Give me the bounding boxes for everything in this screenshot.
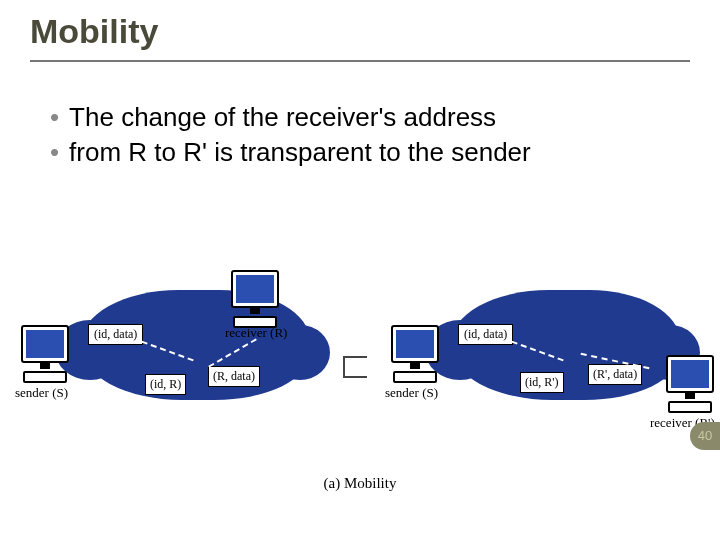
slide: Mobility • The change of the receiver's …	[0, 0, 720, 540]
sender-computer-icon	[390, 325, 440, 383]
sender-label: sender (S)	[385, 385, 438, 401]
receiver-computer-icon	[665, 355, 715, 413]
figure-caption: (a) Mobility	[10, 475, 710, 492]
bullet-item: • The change of the receiver's address	[50, 100, 680, 135]
delivered-packet: (R, data)	[208, 366, 260, 387]
network-packet: (id, R')	[520, 372, 564, 393]
sent-packet: (id, data)	[458, 324, 513, 345]
panel-before: sender (S) receiver (R) (id, data) (id, …	[20, 270, 340, 470]
page-title: Mobility	[30, 12, 690, 51]
bullet-text: The change of the receiver's address	[69, 100, 496, 135]
sender-label: sender (S)	[15, 385, 68, 401]
sender-computer-icon	[20, 325, 70, 383]
sent-packet: (id, data)	[88, 324, 143, 345]
network-cloud-icon	[450, 290, 680, 400]
network-packet: (id, R)	[145, 374, 186, 395]
panel-after: sender (S) receiver (R') (id, data) (id,…	[390, 270, 710, 470]
bullet-text: from R to R' is transparent to the sende…	[69, 135, 531, 170]
bullet-list: • The change of the receiver's address •…	[50, 100, 680, 170]
receiver-computer-icon	[230, 270, 280, 328]
bullet-dot-icon: •	[50, 100, 59, 135]
bullet-dot-icon: •	[50, 135, 59, 170]
page-number: 40	[690, 422, 720, 450]
title-rule	[30, 60, 690, 62]
title-wrap: Mobility	[30, 12, 690, 51]
diagram: sender (S) receiver (R) (id, data) (id, …	[10, 270, 710, 500]
delivered-packet: (R', data)	[588, 364, 642, 385]
bullet-item: • from R to R' is transparent to the sen…	[50, 135, 680, 170]
transition-arrow-icon	[343, 340, 387, 390]
